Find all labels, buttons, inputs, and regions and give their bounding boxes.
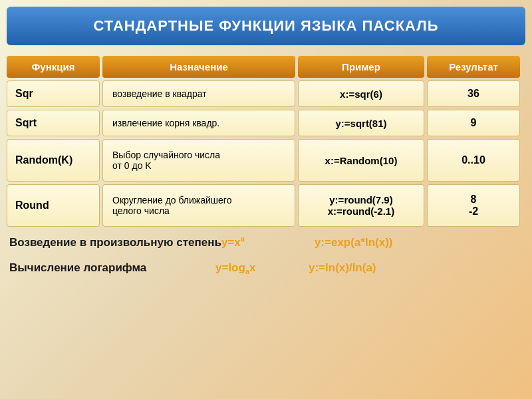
table-row: Random(K) Выбор случайного числаот 0 до … [7, 139, 525, 182]
cell-func-3: Round [7, 184, 100, 227]
table-row: Sqr возведение в квадрат x:=sqr(6) 36 [7, 80, 525, 107]
cell-example-3: y:=round(7.9)x:=round(-2.1) [298, 184, 424, 227]
cell-example-2: x:=Random(10) [298, 139, 424, 182]
footer-row-0: Возведение в произвольную степень y=xa y… [9, 235, 525, 249]
cell-func-2: Random(K) [7, 139, 100, 182]
cell-func-0: Sqr [7, 80, 100, 107]
header-example: Пример [298, 56, 424, 78]
table-row: Round Округление до ближайшегоцелого чис… [7, 184, 525, 227]
header-desc: Назначение [102, 56, 295, 78]
footer-formula-0: y=xa [221, 235, 288, 249]
footer-formula-1: y=logax [215, 261, 282, 275]
footer-code-0: y:=exp(a*ln(x)) [315, 236, 393, 249]
cell-result-3: 8-2 [427, 184, 520, 227]
cell-desc-3: Округление до ближайшегоцелого числа [102, 184, 295, 227]
cell-result-1: 9 [427, 110, 520, 136]
cell-result-0: 36 [427, 80, 520, 107]
cell-example-0: x:=sqr(6) [298, 80, 424, 107]
footer-label-0: Возведение в произвольную степень [9, 236, 221, 249]
footer-section: Возведение в произвольную степень y=xa y… [7, 235, 525, 275]
cell-func-1: Sqrt [7, 110, 100, 136]
table-header: Функция Назначение Пример Результат [7, 56, 525, 78]
header-func: Функция [7, 56, 100, 78]
header-result: Результат [427, 56, 520, 78]
footer-label-1: Вычисление логарифма [9, 261, 215, 275]
cell-example-1: y:=sqrt(81) [298, 110, 424, 136]
cell-desc-1: извлечение корня квадр. [102, 110, 295, 136]
footer-row-1: Вычисление логарифма y=logax y:=ln(x)/ln… [9, 261, 525, 275]
cell-desc-2-text: Выбор случайного числаот 0 до K [112, 150, 220, 171]
cell-result-2: 0..10 [427, 139, 520, 182]
cell-desc-0: возведение в квадрат [102, 80, 295, 107]
footer-code-1: y:=ln(x)/ln(a) [309, 261, 376, 275]
table-row: Sqrt извлечение корня квадр. y:=sqrt(81)… [7, 110, 525, 136]
cell-result-3-text: 8-2 [469, 194, 478, 217]
cell-example-3-text: y:=round(7.9)x:=round(-2.1) [328, 194, 394, 217]
page-title: СТАНДАРТНЫЕ ФУНКЦИИ ЯЗЫКА ПАСКАЛЬ [7, 7, 525, 45]
cell-desc-3-text: Округление до ближайшегоцелого числа [112, 195, 231, 216]
cell-desc-2: Выбор случайного числаот 0 до K [102, 139, 295, 182]
